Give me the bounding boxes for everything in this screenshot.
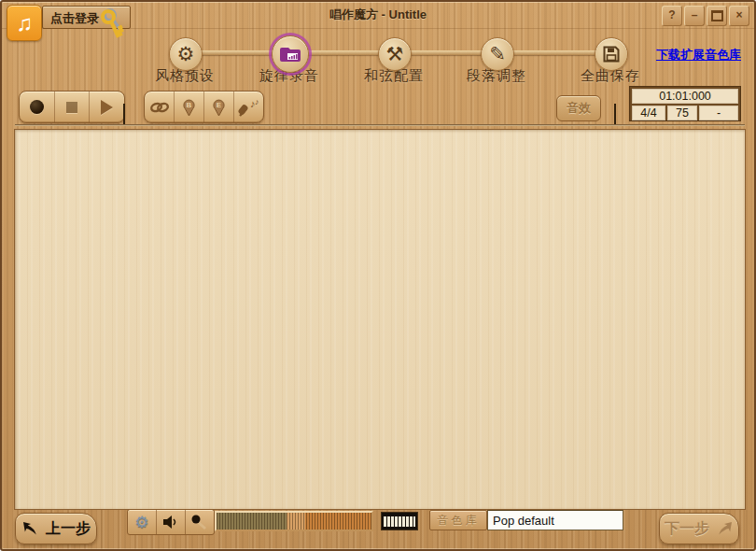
time-position-display: 01:01:000: [632, 89, 738, 104]
cursor-tick-right: [614, 104, 616, 124]
stop-icon: [66, 102, 77, 113]
back-arrow-icon: [21, 521, 40, 536]
folder-chart-icon: [279, 45, 301, 64]
app-window: 唱作魔方 - Untitle ♫ 点击登录 ? – × ⚙ ⚒ ✎: [0, 0, 756, 551]
maximize-icon: [711, 10, 723, 21]
marker-group: B E ♪ ♪: [144, 91, 264, 123]
soundbank-label-button[interactable]: 音色库: [429, 510, 487, 530]
next-step-button[interactable]: 下一步: [659, 513, 739, 544]
maximize-button[interactable]: [707, 6, 727, 26]
tools-icon: ⚒: [386, 43, 404, 65]
soundbank-input[interactable]: [487, 510, 623, 530]
speaker-icon: [162, 515, 179, 530]
step-style-preset[interactable]: ⚙: [169, 37, 203, 71]
step-melody-record[interactable]: [272, 35, 309, 73]
stop-button[interactable]: [55, 92, 91, 122]
toolbar-separator: [15, 124, 745, 126]
floppy-save-icon: [602, 45, 621, 64]
record-button[interactable]: [20, 92, 55, 122]
gear-icon: ⚙: [134, 513, 148, 532]
settings-button[interactable]: ⚙: [128, 510, 157, 534]
tempo-display: 75: [667, 106, 697, 120]
vocal-record-button[interactable]: ♪ ♪: [234, 92, 263, 122]
step-save-song[interactable]: [595, 37, 628, 71]
piano-keys-icon: [384, 516, 415, 527]
app-logo-music-notes-icon: ♫: [7, 5, 42, 41]
transport-group: [19, 91, 125, 123]
svg-text:B: B: [187, 101, 192, 109]
volume-level-meter: [215, 511, 373, 531]
bottom-icon-group: ⚙: [127, 509, 215, 535]
gear-icon: ⚙: [177, 43, 195, 65]
edit-pencil-icon: ✎: [489, 43, 506, 65]
mic-notes-icon: ♪ ♪: [237, 97, 261, 118]
window-controls: ? – ×: [662, 6, 749, 26]
step-chord-config[interactable]: ⚒: [378, 37, 412, 71]
next-step-label: 下一步: [665, 519, 709, 539]
pin-end-icon: E: [212, 98, 226, 117]
link-chain-icon: [149, 100, 170, 115]
piano-keyboard-button[interactable]: [381, 512, 418, 530]
download-soundbank-link[interactable]: 下载扩展音色库: [656, 47, 741, 64]
login-label: 点击登录: [50, 11, 99, 25]
speaker-button[interactable]: [157, 510, 186, 534]
step-section-adjust[interactable]: ✎: [481, 37, 514, 71]
close-button[interactable]: ×: [729, 6, 749, 26]
prev-step-label: 上一步: [46, 519, 91, 539]
sound-effect-button[interactable]: 音效: [556, 95, 601, 121]
svg-text:♪: ♪: [255, 97, 259, 106]
loop-link-button[interactable]: [145, 92, 175, 122]
help-button[interactable]: ?: [662, 6, 682, 26]
prev-step-button[interactable]: 上一步: [15, 513, 97, 544]
marker-end-button[interactable]: E: [204, 92, 234, 122]
key-display: -: [699, 106, 738, 120]
svg-text:E: E: [217, 101, 222, 109]
main-workspace: [14, 129, 746, 510]
record-icon: [30, 100, 44, 114]
minimize-button[interactable]: –: [684, 6, 705, 26]
cursor-tick: [123, 104, 125, 124]
forward-arrow-icon: [715, 521, 734, 536]
keys-icon: [99, 7, 127, 40]
play-icon: [101, 100, 113, 115]
pin-begin-icon: B: [182, 98, 196, 117]
time-signature-display: 4/4: [632, 106, 665, 120]
time-display-panel: 01:01:000 4/4 75 -: [629, 86, 741, 121]
microphone-icon: [190, 514, 209, 530]
microphone-button[interactable]: [186, 510, 214, 534]
play-button[interactable]: [90, 92, 124, 122]
marker-begin-button[interactable]: B: [175, 92, 204, 122]
